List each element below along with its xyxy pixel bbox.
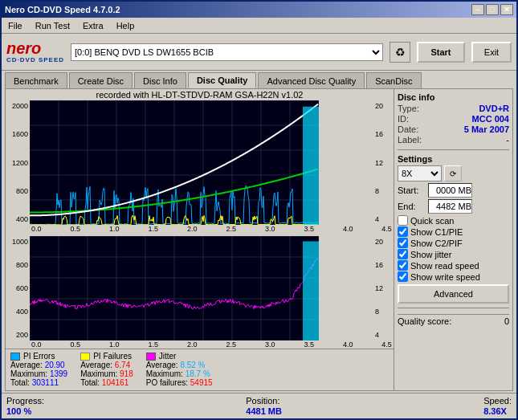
settings-title: Settings: [398, 154, 509, 164]
pi-errors-total: Total: 303111: [10, 378, 67, 387]
show-jitter-row: Show jitter: [398, 249, 509, 259]
speed-value: 8.36X: [483, 406, 512, 416]
drive-refresh-icon[interactable]: ♻: [390, 42, 410, 63]
jitter-po-val: 54915: [190, 378, 213, 387]
title-bar-buttons: − □ ✕: [471, 4, 513, 15]
top-chart-container: 2000 1600 1200 800 400 20 16 12 8 4: [6, 100, 394, 225]
start-input[interactable]: [428, 183, 472, 198]
show-read-speed-row: Show read speed: [398, 260, 509, 271]
top-chart-y-axis: 2000 1600 1200 800 400: [6, 100, 30, 225]
quick-scan-row: Quick scan: [398, 215, 509, 226]
bottom-stats: Progress: 100 % Position: 4481 MB Speed:…: [2, 393, 516, 418]
show-write-speed-checkbox[interactable]: [398, 271, 408, 282]
tab-scan-disc[interactable]: ScanDisc: [366, 72, 421, 88]
jitter-po: PO failures: 54915: [146, 378, 213, 387]
jitter-avg-val: 8.52 %: [180, 361, 205, 369]
legend-jitter-header: Jitter: [146, 352, 213, 361]
menu-file[interactable]: File: [5, 19, 26, 32]
advanced-button[interactable]: Advanced: [398, 284, 509, 304]
position-col: Position: 4481 MB: [246, 396, 282, 416]
menu-run-test[interactable]: Run Test: [32, 19, 73, 32]
tab-advanced-disc-quality[interactable]: Advanced Disc Quality: [258, 72, 365, 88]
disc-label-value: -: [506, 135, 509, 145]
menu-help[interactable]: Help: [113, 19, 138, 32]
maximize-button[interactable]: □: [486, 4, 499, 15]
speed-select[interactable]: 8X: [398, 165, 442, 181]
bottom-chart-x-axis: 0.0 0.5 1.0 1.5 2.0 2.5 3.0 3.5 4.0 4.5: [30, 340, 394, 349]
show-write-speed-row: Show write speed: [398, 271, 509, 282]
disc-type-value: DVD+R: [479, 104, 509, 113]
show-jitter-checkbox[interactable]: [398, 249, 408, 259]
pi-failures-total: Total: 104161: [80, 378, 133, 387]
refresh-button[interactable]: ⟳: [444, 165, 462, 181]
jitter-color-box: [146, 353, 156, 361]
drive-select[interactable]: [0:0] BENQ DVD LS DW1655 BCIB: [71, 43, 383, 61]
end-input[interactable]: [428, 199, 472, 214]
show-c1pie-row: Show C1/PIE: [398, 226, 509, 237]
legend-area: PI Errors Average: 20.90 Maximum: 1399 T…: [6, 349, 394, 389]
disc-id-label: ID:: [398, 114, 409, 124]
tab-disc-info[interactable]: Disc Info: [134, 72, 186, 88]
speed-label: Speed:: [483, 396, 512, 406]
tab-panel: recorded with HL-DT-STDVD-RAM GSA-H22N v…: [5, 88, 513, 391]
divider-2: [398, 308, 509, 308]
jitter-label: Jitter: [159, 352, 177, 361]
legend-jitter: Jitter Average: 8.52 % Maximum: 18.7 % P…: [146, 352, 213, 387]
pi-errors-label: PI Errors: [23, 352, 55, 361]
legend-pi-failures-header: PI Failures: [80, 352, 133, 361]
show-read-speed-checkbox[interactable]: [398, 260, 408, 271]
disc-type-row: Type: DVD+R: [398, 104, 509, 113]
disc-id-value: MCC 004: [472, 114, 509, 124]
pi-failures-avg-val: 6.74: [115, 361, 130, 369]
legend-pi-errors-header: PI Errors: [10, 352, 67, 361]
disc-label-row: Label: -: [398, 135, 509, 145]
quick-scan-label: Quick scan: [410, 216, 454, 226]
pi-failures-max-val: 918: [120, 369, 133, 378]
chart-panel: recorded with HL-DT-STDVD-RAM GSA-H22N v…: [6, 89, 394, 390]
show-c1pie-checkbox[interactable]: [398, 226, 408, 237]
chart-title: recorded with HL-DT-STDVD-RAM GSA-H22N v…: [6, 89, 394, 100]
exit-button[interactable]: Exit: [471, 42, 512, 63]
top-chart-canvas-area: [30, 100, 373, 225]
minimize-button[interactable]: −: [471, 4, 484, 15]
logo-sub: CD·DVD SPEED: [6, 56, 64, 63]
start-button[interactable]: Start: [417, 42, 465, 63]
tab-benchmark[interactable]: Benchmark: [5, 72, 67, 88]
bottom-chart-y-axis: 1000 800 600 400 200: [6, 236, 30, 340]
tab-create-disc[interactable]: Create Disc: [69, 72, 133, 88]
window-title: Nero CD-DVD Speed 4.7.0.2: [5, 5, 120, 14]
menu-bar: File Run Test Extra Help: [2, 18, 516, 34]
pi-errors-total-val: 303111: [32, 378, 59, 387]
quality-score-label: Quality score:: [398, 316, 451, 326]
disc-info-title: Disc info: [398, 92, 509, 102]
end-row: End:: [398, 199, 509, 214]
disc-info-section: Disc info Type: DVD+R ID: MCC 004 Date: …: [398, 92, 509, 145]
header: nero CD·DVD SPEED [0:0] BENQ DVD LS DW16…: [2, 34, 516, 71]
start-label: Start:: [398, 186, 426, 195]
pi-errors-max-val: 1399: [50, 369, 67, 378]
disc-id-row: ID: MCC 004: [398, 114, 509, 124]
speed-col: Speed: 8.36X: [483, 396, 512, 416]
show-c1pie-label: Show C1/PIE: [410, 227, 463, 237]
tab-disc-quality[interactable]: Disc Quality: [188, 72, 257, 88]
disc-date-row: Date: 5 Mar 2007: [398, 124, 509, 134]
right-panel: Disc info Type: DVD+R ID: MCC 004 Date: …: [394, 89, 512, 390]
disc-date-value: 5 Mar 2007: [464, 124, 509, 134]
close-button[interactable]: ✕: [500, 4, 513, 15]
show-jitter-label: Show jitter: [410, 250, 451, 259]
bottom-chart-right-axis: 20 16 12 8 4: [373, 236, 394, 340]
show-write-speed-label: Show write speed: [410, 272, 480, 282]
pi-errors-avg: Average: 20.90: [10, 361, 67, 369]
speed-row: 8X ⟳: [398, 165, 509, 181]
show-read-speed-label: Show read speed: [410, 261, 479, 271]
jitter-max-val: 18.7 %: [186, 369, 210, 378]
menu-extra[interactable]: Extra: [80, 19, 107, 32]
jitter-avg: Average: 8.52 %: [146, 361, 213, 369]
start-row: Start:: [398, 183, 509, 198]
top-chart-x-axis: 0.0 0.5 1.0 1.5 2.0 2.5 3.0 3.5 4.0 4.5: [30, 225, 394, 233]
show-c2pif-checkbox[interactable]: [398, 238, 408, 248]
show-c2pif-label: Show C2/PIF: [410, 239, 463, 248]
progress-value: 100 %: [6, 406, 44, 416]
quick-scan-checkbox[interactable]: [398, 215, 408, 226]
pi-failures-color-box: [80, 353, 90, 361]
